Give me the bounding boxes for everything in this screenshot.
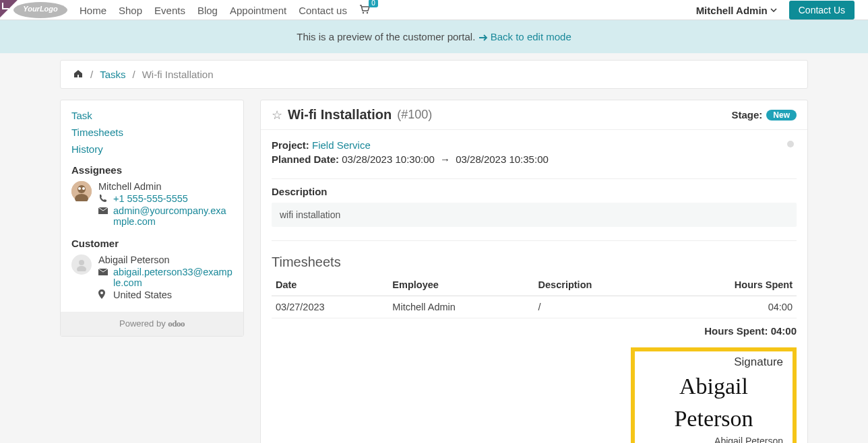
planned-start: 03/28/2023 10:30:00 [342, 154, 435, 165]
home-icon [73, 69, 84, 78]
table-row: 03/27/2023 Mitchell Admin / 04:00 [272, 296, 797, 318]
customer-country: United States [113, 289, 172, 300]
chevron-down-icon [770, 8, 777, 12]
nav-blog[interactable]: Blog [197, 5, 218, 16]
description-content: wifi installation [272, 203, 797, 227]
col-employee: Employee [388, 274, 534, 296]
breadcrumb-tasks[interactable]: Tasks [100, 69, 125, 80]
status-dot[interactable] [787, 141, 794, 147]
cart-count-badge: 0 [369, 0, 378, 7]
assignee-avatar [71, 181, 92, 201]
nav-appointment[interactable]: Appointment [230, 5, 286, 16]
breadcrumb-sep: / [90, 69, 93, 80]
stage-badge: New [766, 110, 797, 121]
assignee-email[interactable]: admin@yourcompany.example.com [113, 205, 232, 227]
site-logo[interactable]: YourLogo [13, 2, 67, 18]
assignee-phone[interactable]: +1 555-555-5555 [113, 193, 188, 204]
svg-point-13 [100, 292, 103, 294]
cell-hours: 04:00 [661, 296, 797, 318]
col-date: Date [272, 274, 388, 296]
planned-date-label: Planned Date: [272, 154, 339, 165]
project-link[interactable]: Field Service [312, 139, 371, 151]
timesheets-total: Hours Spent: 04:00 [272, 325, 797, 337]
signature-image: Abigail Peterson [644, 370, 783, 434]
sidebar: Task Timesheets History Assignees Mitche… [60, 100, 244, 337]
signature-name: Abigail Peterson [644, 436, 783, 443]
nav-shop[interactable]: Shop [119, 5, 142, 16]
assignees-heading: Assignees [71, 164, 232, 176]
customer-email[interactable]: abigail.peterson33@example.com [113, 267, 232, 288]
nav-home[interactable]: Home [80, 5, 106, 16]
breadcrumb: / Tasks / Wi-fi Installation [60, 60, 808, 89]
envelope-icon [98, 267, 108, 277]
signature-box: Signature Abigail Peterson Abigail Peter… [631, 347, 797, 443]
powered-by[interactable]: Powered by odoo [61, 312, 243, 336]
svg-point-3 [367, 11, 368, 13]
cart-icon[interactable]: 0 [359, 5, 370, 16]
breadcrumb-home[interactable] [73, 69, 84, 80]
col-hours: Hours Spent [661, 274, 797, 296]
task-card: ☆ Wi-fi Installation (#100) Stage: New P… [260, 100, 808, 443]
preview-banner: This is a preview of the customer portal… [0, 20, 868, 53]
description-heading: Description [272, 186, 797, 197]
timesheets-table: Date Employee Description Hours Spent 03… [272, 274, 797, 318]
signature-title: Signature [644, 355, 783, 369]
svg-point-2 [363, 11, 364, 13]
odoo-brand: odoo [168, 318, 185, 329]
customer-avatar [71, 254, 92, 275]
arrow-right-icon: → [440, 154, 450, 165]
sidebar-link-history[interactable]: History [71, 143, 232, 155]
back-to-edit-label: Back to edit mode [491, 31, 571, 42]
map-pin-icon [98, 289, 108, 301]
customer-name: Abigail Peterson [98, 254, 232, 265]
sidebar-link-timesheets[interactable]: Timesheets [71, 127, 232, 138]
customer-heading: Customer [71, 238, 232, 249]
timesheets-heading: Timesheets [272, 254, 797, 270]
edit-mode-corner[interactable] [0, 0, 18, 18]
svg-point-8 [82, 187, 85, 190]
nav-events[interactable]: Events [154, 5, 185, 16]
svg-point-11 [77, 266, 86, 271]
cell-desc: / [534, 296, 661, 318]
svg-point-7 [78, 187, 81, 190]
star-icon[interactable]: ☆ [272, 108, 282, 123]
phone-icon [98, 193, 108, 204]
assignee-block: Mitchell Admin +1 555-555-5555 admin@you… [71, 181, 232, 228]
preview-banner-text: This is a preview of the customer portal… [297, 31, 475, 42]
task-title: Wi-fi Installation [288, 107, 392, 123]
svg-point-10 [79, 260, 84, 265]
cell-date: 03/27/2023 [272, 296, 388, 318]
cell-employee: Mitchell Admin [388, 296, 534, 318]
nav-contact[interactable]: Contact us [299, 5, 347, 16]
user-menu[interactable]: Mitchell Admin [696, 5, 777, 16]
svg-text:YourLogo: YourLogo [23, 5, 58, 13]
sidebar-link-task[interactable]: Task [71, 110, 232, 121]
arrow-right-icon [478, 34, 488, 42]
planned-end: 03/28/2023 10:35:00 [456, 154, 549, 165]
contact-us-button[interactable]: Contact Us [789, 1, 855, 20]
user-name: Mitchell Admin [696, 5, 768, 16]
envelope-icon [98, 205, 108, 216]
breadcrumb-sep: / [133, 69, 135, 80]
breadcrumb-current: Wi-fi Installation [142, 69, 214, 80]
task-id: (#100) [397, 108, 432, 122]
back-to-edit-link[interactable]: Back to edit mode [478, 31, 571, 42]
stage-label: Stage: [731, 109, 762, 121]
customer-block: Abigail Peterson abigail.peterson33@exam… [71, 254, 232, 302]
col-description: Description [534, 274, 661, 296]
assignee-name: Mitchell Admin [98, 181, 232, 192]
project-label: Project: [272, 139, 309, 151]
